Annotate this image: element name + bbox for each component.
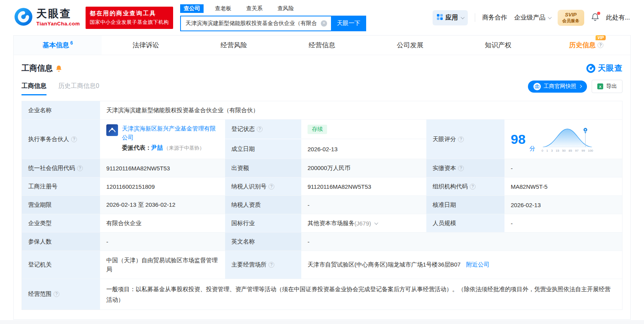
official-snapshot-button[interactable]: 工商官网快照: [528, 81, 587, 93]
tab-basic-info[interactable]: 基本信息 6: [14, 36, 102, 55]
english-name-label: 英文名称: [225, 233, 301, 251]
search-tab-relation[interactable]: 查关系: [243, 4, 266, 13]
partner-company-logo: [106, 124, 118, 136]
subtab-business-info[interactable]: 工商信息: [21, 82, 47, 95]
score-number: 98: [511, 132, 526, 146]
taxpayer-quality-label: 纳税人资质: [225, 196, 301, 214]
help-icon[interactable]: [71, 136, 77, 142]
search-button[interactable]: 天眼一下: [331, 16, 366, 31]
reg-status-value: 存续: [301, 120, 426, 139]
export-button[interactable]: X 导出: [592, 80, 623, 93]
industry-value: 其他资本市场服务(J679): [301, 214, 426, 232]
tab-basic-info-count: 6: [70, 40, 73, 46]
subtabs-row: 工商信息 历史工商信息0 工商官网快照 X: [14, 73, 630, 95]
notification-bell-button[interactable]: [591, 13, 599, 23]
help-icon[interactable]: [54, 291, 59, 297]
company-name-value: 天津滨海滨建新型储能股权投资基金合伙企业（有限合伙）: [100, 101, 622, 119]
search-area: 查公司 查老板 查关系 查风险 × 天眼一下: [180, 4, 366, 31]
top-navigation: 应用 商务合作 企业级产品 SVIP 会员服务 此处有...: [433, 10, 630, 26]
industry-expand-icon[interactable]: [374, 221, 378, 225]
search-tab-company[interactable]: 查公司: [180, 4, 204, 13]
excel-icon: X: [597, 83, 603, 90]
org-code-value: MA82NW5T-5: [504, 177, 622, 195]
tianyancha-watermark-icon: [586, 64, 596, 73]
subtab-history-business-info[interactable]: 历史工商信息0: [58, 82, 99, 95]
search-tab-boss[interactable]: 查老板: [211, 4, 235, 13]
tianyancha-logo[interactable]: 天眼查 TianYanCha.com: [14, 7, 80, 28]
promo-line1: 都在用的商业查询工具: [90, 10, 169, 17]
tab-label: 公司发展: [397, 41, 423, 50]
tab-company-development[interactable]: 公司发展: [366, 36, 454, 55]
help-icon[interactable]: [268, 184, 274, 190]
help-icon[interactable]: [257, 126, 263, 132]
tab-intellectual-property[interactable]: 知识产权: [454, 36, 542, 55]
user-account-link[interactable]: 此处有...: [606, 14, 630, 22]
subscribe-bell-icon[interactable]: [55, 65, 62, 72]
chevron-down-icon: [548, 15, 552, 19]
row-business-scope: 经营范围 一般项目：以私募基金从事股权投资、投资管理、资产管理等活动（须在中国证…: [22, 279, 622, 310]
reg-authority-value: 中国（天津）自由贸易试验区市场监督管理局: [100, 251, 225, 279]
vip-badge: VIP: [596, 35, 606, 40]
reg-number-value: 120116002151809: [100, 177, 225, 195]
taxpayer-id-label: 纳税人识别号: [225, 177, 301, 195]
search-input[interactable]: [180, 16, 331, 31]
apps-grid-icon: [437, 14, 443, 21]
tab-history-label: 历史信息: [569, 41, 596, 49]
partner-rep-link[interactable]: 尹喆: [151, 143, 163, 152]
score-unit: 分: [530, 145, 535, 152]
staff-size-label: 人员规模: [426, 214, 504, 232]
site-header: 天眼查 TianYanCha.com 都在用的商业查询工具 国家中小企业发展子基…: [0, 0, 644, 35]
score-axis-labels: 01 315 5085 9799 100: [542, 149, 593, 152]
taxpayer-id-value: 91120116MA82NW5T53: [301, 177, 426, 195]
row-insured-count: 参保人数 - 英文名称 -: [22, 233, 622, 251]
address-value: 天津市自贸试验区(中心商务区)瑞龙城市广场1号楼36层B07 附近公司: [301, 251, 622, 279]
business-cooperation-link[interactable]: 商务合作: [482, 14, 507, 22]
help-icon[interactable]: [597, 42, 603, 48]
nearby-companies-link[interactable]: 附近公司: [466, 261, 490, 269]
taxpayer-quality-value: -: [301, 196, 426, 214]
paid-capital-value: -: [504, 159, 622, 177]
chevron-right-icon: [579, 85, 582, 88]
row-credit-code: 统一社会信用代码 91120116MA82NW5T53 出资额 200000万人…: [22, 159, 622, 177]
help-icon[interactable]: [458, 165, 464, 171]
executive-partner-label: 执行事务合伙人: [22, 120, 100, 159]
credit-code-value: 91120116MA82NW5T53: [100, 159, 225, 177]
tab-label: 经营风险: [221, 41, 247, 50]
help-icon[interactable]: [77, 165, 83, 171]
executive-partner-value: 天津滨海新区新兴产业基金管理有限公司 委派代表： 尹喆 （来源于中基协）: [100, 120, 225, 159]
establish-date-value: 2026-02-13: [301, 139, 426, 159]
camera-icon: [533, 83, 541, 90]
snapshot-button-label: 工商官网快照: [544, 83, 576, 90]
reg-authority-label: 登记机关: [22, 251, 100, 279]
apps-menu-button[interactable]: 应用: [433, 10, 468, 25]
chevron-down-icon: [461, 15, 465, 19]
svip-label: SVIP: [562, 12, 580, 18]
approval-date-value: 2026-02-13: [504, 196, 622, 214]
english-name-value: -: [301, 233, 622, 251]
tab-operating-info[interactable]: 经营信息: [278, 36, 366, 55]
rep-source: （来源于中基协）: [164, 144, 204, 152]
tab-legal-proceedings[interactable]: 法律诉讼: [102, 36, 190, 55]
help-icon[interactable]: [458, 136, 464, 142]
approval-date-label: 核准日期: [426, 196, 504, 214]
partner-company-link[interactable]: 天津滨海新区新兴产业基金管理有限公司: [122, 124, 218, 142]
help-icon[interactable]: [470, 184, 476, 190]
tab-history-info[interactable]: 历史信息 VIP: [542, 36, 630, 55]
header-divider: [475, 13, 475, 22]
org-code-label: 组织机构代码: [426, 177, 504, 195]
reg-status-label: 登记状态: [225, 120, 301, 139]
svip-sublabel: 会员服务: [562, 18, 580, 24]
search-tab-risk[interactable]: 查风险: [274, 4, 297, 13]
score-value: 98 分 0: [504, 120, 622, 159]
company-type-label: 企业类型: [22, 214, 100, 232]
row-reg-number: 工商注册号 120116002151809 纳税人识别号 91120116MA8…: [22, 177, 622, 196]
clear-search-icon[interactable]: ×: [321, 20, 327, 27]
tab-operating-risk[interactable]: 经营风险: [190, 36, 278, 55]
enterprise-products-link[interactable]: 企业级产品: [514, 14, 551, 22]
business-info-table: 企业名称 天津滨海滨建新型储能股权投资基金合伙企业（有限合伙） 执行事务合伙人 …: [21, 101, 623, 310]
promo-banner: 都在用的商业查询工具 国家中小企业发展子基金旗下机构: [86, 7, 174, 29]
svip-member-button[interactable]: SVIP 会员服务: [558, 10, 584, 26]
company-name-label: 企业名称: [22, 101, 100, 119]
tab-label: 经营信息: [309, 41, 335, 50]
help-icon[interactable]: [268, 262, 274, 268]
